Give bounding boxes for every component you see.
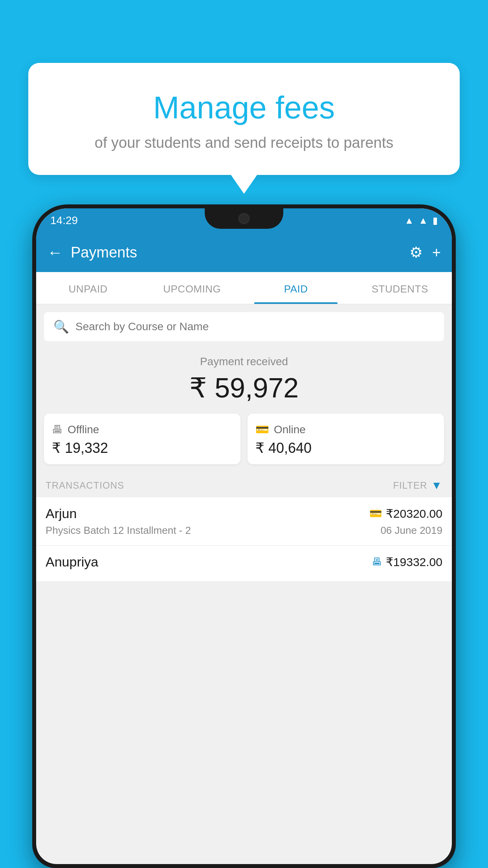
status-icons: ▲ ▲ ▮ xyxy=(404,215,438,226)
hero-title: Manage fees xyxy=(52,90,436,125)
online-label: Online xyxy=(274,423,306,436)
hero-subtitle: of your students and send receipts to pa… xyxy=(52,134,436,151)
payment-received-label: Payment received xyxy=(44,355,444,368)
app-bar-right: ⚙ + xyxy=(409,244,441,261)
filter-label: FILTER xyxy=(393,480,427,491)
transaction-course-1: Physics Batch 12 Installment - 2 xyxy=(46,524,191,537)
transaction-amount-1: ₹20320.00 xyxy=(386,507,442,520)
tab-students[interactable]: STUDENTS xyxy=(348,272,452,304)
payment-cards-row: 🖶 Offline ₹ 19,332 💳 Online ₹ 40,640 xyxy=(44,414,444,464)
signal-icon: ▲ xyxy=(418,215,428,226)
wifi-icon: ▲ xyxy=(404,215,414,226)
transaction-amount-wrap-1: 💳 ₹20320.00 xyxy=(369,507,442,520)
app-bar: ← Payments ⚙ + xyxy=(36,233,452,272)
filter-button[interactable]: FILTER ▼ xyxy=(393,479,442,492)
add-icon[interactable]: + xyxy=(432,244,441,261)
search-input[interactable] xyxy=(75,320,435,333)
search-icon: 🔍 xyxy=(53,319,69,334)
app-bar-left: ← Payments xyxy=(47,244,137,261)
tabs-bar: UNPAID UPCOMING PAID STUDENTS xyxy=(36,272,452,304)
status-time: 14:29 xyxy=(50,214,78,227)
transaction-amount-2: ₹19332.00 xyxy=(386,555,442,569)
tab-upcoming[interactable]: UPCOMING xyxy=(140,272,244,304)
offline-label: Offline xyxy=(68,423,99,436)
transaction-name-1: Arjun xyxy=(46,506,77,521)
offline-amount: ₹ 19,332 xyxy=(52,440,233,456)
table-row[interactable]: Arjun 💳 ₹20320.00 Physics Batch 12 Insta… xyxy=(36,497,452,546)
transactions-header: TRANSACTIONS FILTER ▼ xyxy=(36,472,452,497)
phone-screen: 14:29 ▲ ▲ ▮ ← Payments ⚙ + UNPAID UPCOMI… xyxy=(36,208,452,864)
offline-card: 🖶 Offline ₹ 19,332 xyxy=(44,414,240,464)
content-area: 🔍 Payment received ₹ 59,972 🖶 Offline ₹ … xyxy=(36,312,452,582)
phone-notch xyxy=(205,208,283,229)
transaction-top-1: Arjun 💳 ₹20320.00 xyxy=(46,506,442,521)
back-button[interactable]: ← xyxy=(47,244,63,261)
payment-received-amount: ₹ 59,972 xyxy=(44,372,444,404)
online-icon: 💳 xyxy=(255,423,269,436)
filter-icon: ▼ xyxy=(431,479,442,492)
transaction-date-1: 06 June 2019 xyxy=(380,524,442,537)
search-bar[interactable]: 🔍 xyxy=(44,312,444,341)
transaction-bottom-1: Physics Batch 12 Installment - 2 06 June… xyxy=(46,524,442,537)
phone-frame: 14:29 ▲ ▲ ▮ ← Payments ⚙ + UNPAID UPCOMI… xyxy=(32,204,456,868)
offline-icon: 🖶 xyxy=(52,423,63,436)
settings-icon[interactable]: ⚙ xyxy=(409,244,423,261)
table-row[interactable]: Anupriya 🖶 ₹19332.00 xyxy=(36,546,452,582)
hero-card: Manage fees of your students and send re… xyxy=(28,63,460,175)
app-bar-title: Payments xyxy=(71,244,137,261)
transaction-type-icon-2: 🖶 xyxy=(372,556,382,568)
transactions-label: TRANSACTIONS xyxy=(46,480,124,491)
transaction-name-2: Anupriya xyxy=(46,554,98,570)
camera-notch xyxy=(238,213,250,224)
transaction-top-2: Anupriya 🖶 ₹19332.00 xyxy=(46,554,442,570)
offline-card-header: 🖶 Offline xyxy=(52,423,233,436)
payment-received-section: Payment received ₹ 59,972 xyxy=(36,341,452,414)
tab-unpaid[interactable]: UNPAID xyxy=(36,272,140,304)
tab-paid[interactable]: PAID xyxy=(244,272,348,304)
online-card-header: 💳 Online xyxy=(255,423,436,436)
transaction-amount-wrap-2: 🖶 ₹19332.00 xyxy=(372,555,442,569)
transaction-type-icon-1: 💳 xyxy=(369,508,382,520)
online-card: 💳 Online ₹ 40,640 xyxy=(248,414,444,464)
battery-icon: ▮ xyxy=(433,215,438,226)
online-amount: ₹ 40,640 xyxy=(255,440,436,456)
